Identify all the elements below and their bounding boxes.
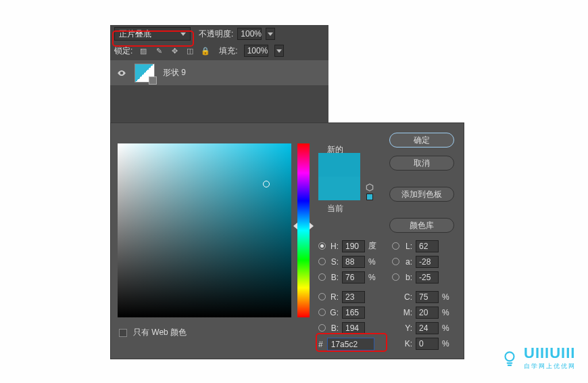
web-safe-swatch[interactable] (366, 194, 373, 200)
web-colors-label: 只有 Web 颜色 (133, 327, 187, 338)
opacity-input[interactable]: 100% (237, 28, 262, 40)
s-label: S: (329, 257, 339, 267)
g-label: G: (329, 308, 339, 317)
fill-dropdown-button[interactable] (274, 45, 284, 57)
add-swatch-button[interactable]: 添加到色板 (389, 187, 454, 202)
k-input[interactable]: 0 (416, 338, 439, 350)
c-label: C: (403, 292, 412, 302)
color-library-button[interactable]: 颜色库 (389, 218, 454, 233)
radio-b[interactable] (318, 273, 326, 281)
fill-label: 填充: (219, 45, 237, 57)
saturation-value-field[interactable] (118, 143, 291, 317)
radio-r[interactable] (318, 293, 326, 300)
m-label: M: (403, 308, 412, 317)
lock-all-icon[interactable]: 🔒 (201, 46, 210, 55)
lock-artboard-icon[interactable]: ◫ (185, 46, 195, 55)
a-input[interactable]: -28 (416, 256, 439, 268)
layer-thumbnail[interactable] (134, 64, 155, 83)
color-picker-dialog: 新的 当前 确定 取消 添加到色板 颜色库 H:190度 S:88% B:76%… (110, 122, 464, 359)
lock-transparent-icon[interactable]: ▨ (139, 46, 148, 55)
color-swatches (318, 153, 360, 200)
chevron-down-icon (276, 49, 282, 53)
watermark: UIIIUIII 自学网上优优网 (501, 344, 576, 371)
fill-input[interactable]: 100% (244, 45, 268, 57)
h-input[interactable]: 190 (342, 240, 365, 252)
chevron-down-icon (180, 32, 186, 36)
g-input[interactable]: 165 (342, 307, 365, 319)
lab-b-label: b: (403, 273, 412, 282)
r-label: R: (329, 292, 339, 302)
opacity-label: 不透明度: (199, 28, 233, 40)
current-color-swatch[interactable] (318, 177, 360, 200)
k-label: K: (403, 339, 412, 348)
blend-mode-value: 正片叠底 (119, 28, 151, 40)
blend-mode-dropdown[interactable]: 正片叠底 (114, 27, 191, 41)
ok-button[interactable]: 确定 (389, 133, 454, 148)
lock-image-icon[interactable]: ✎ (154, 46, 164, 55)
svg-point-0 (121, 72, 122, 73)
layer-name: 形状 9 (163, 67, 186, 78)
watermark-text: UIIIUIII (524, 344, 576, 362)
radio-h[interactable] (318, 242, 326, 250)
radio-b2[interactable] (318, 324, 326, 332)
current-color-label: 当前 (327, 203, 343, 215)
web-colors-checkbox[interactable] (119, 329, 127, 337)
visibility-icon[interactable] (117, 68, 126, 78)
gamut-warning-icon[interactable] (365, 183, 374, 192)
y-input[interactable]: 24 (416, 322, 439, 334)
b-input[interactable]: 76 (342, 271, 365, 284)
layers-panel: 正片叠底 不透明度: 100% 锁定: ▨ ✎ ✥ ◫ 🔒 填充: 100% 形… (110, 25, 328, 130)
watermark-subtext: 自学网上优优网 (524, 362, 576, 371)
cancel-button[interactable]: 取消 (389, 156, 454, 171)
lock-position-icon[interactable]: ✥ (170, 46, 179, 55)
radio-g[interactable] (318, 309, 326, 316)
hue-slider[interactable] (297, 143, 310, 317)
radio-l[interactable] (392, 242, 399, 250)
radio-lab-b[interactable] (392, 273, 399, 281)
s-input[interactable]: 88 (342, 256, 365, 268)
hex-label: # (318, 340, 323, 349)
sv-marker[interactable] (263, 181, 270, 187)
radio-s[interactable] (318, 258, 326, 265)
bulb-icon (501, 349, 518, 367)
r-input[interactable]: 23 (342, 291, 365, 303)
b2-label: B: (329, 323, 339, 333)
lock-label: 锁定: (114, 45, 132, 57)
a-label: a: (403, 257, 412, 267)
radio-a[interactable] (392, 258, 399, 265)
lab-b-input[interactable]: -25 (416, 271, 439, 284)
b2-input[interactable]: 194 (342, 322, 365, 334)
l-label: L: (403, 242, 412, 251)
c-input[interactable]: 75 (416, 291, 439, 303)
opacity-dropdown-button[interactable] (266, 28, 275, 40)
hex-input[interactable]: 17a5c2 (327, 338, 374, 351)
new-color-swatch[interactable] (318, 153, 360, 177)
y-label: Y: (403, 323, 412, 333)
l-input[interactable]: 62 (416, 240, 439, 252)
svg-point-1 (506, 352, 514, 361)
chevron-down-icon (268, 32, 273, 36)
h-label: H: (329, 242, 339, 251)
b-label: B: (329, 273, 339, 282)
m-input[interactable]: 20 (416, 307, 439, 319)
layer-row[interactable]: 形状 9 (110, 60, 328, 85)
